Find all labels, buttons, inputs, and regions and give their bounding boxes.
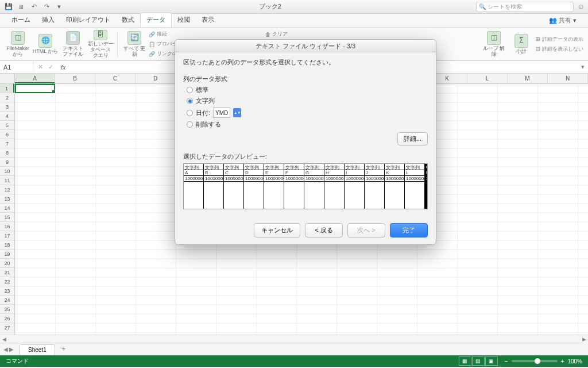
col-header-a[interactable]: A	[15, 74, 55, 83]
col-header-n[interactable]: N	[548, 74, 588, 83]
expand-formula-bar-icon[interactable]: ▾	[578, 63, 588, 71]
row-header-17[interactable]: 17	[0, 231, 14, 240]
row-header-5[interactable]: 5	[0, 121, 14, 130]
zoom-out-button[interactable]: −	[505, 358, 508, 365]
normal-view-button[interactable]: ▦	[459, 356, 471, 366]
row-header-2[interactable]: 2	[0, 93, 14, 102]
radio-text[interactable]: 文字列	[187, 97, 428, 105]
prev-sheet-icon[interactable]: ◀	[3, 346, 8, 352]
preview-label: 選択したデータのプレビュー:	[183, 152, 428, 161]
from-text-button[interactable]: 📄テキスト ファイル	[60, 30, 86, 59]
tab-page-layout[interactable]: 印刷レイアウト	[60, 13, 116, 27]
row-header-15[interactable]: 15	[0, 213, 14, 222]
active-cell[interactable]	[15, 84, 55, 93]
search-input[interactable]: 🔍 シートを検索	[476, 2, 574, 12]
new-db-query-button[interactable]: 🗄新しいデータベース クエリ	[87, 30, 114, 59]
tab-home[interactable]: ホーム	[6, 13, 36, 27]
row-header-1[interactable]: 1	[0, 84, 14, 93]
col-header-l[interactable]: L	[467, 74, 508, 83]
tab-formulas[interactable]: 数式	[116, 13, 140, 27]
dialog-title: テキスト ファイル ウィザード - 3/3	[175, 40, 436, 52]
col-header-d[interactable]: D	[136, 74, 176, 83]
date-format-select[interactable]: YMD	[213, 108, 230, 118]
tab-data[interactable]: データ	[140, 13, 172, 27]
cancel-edit-icon[interactable]: ✕	[36, 63, 45, 71]
row-header-18[interactable]: 18	[0, 240, 14, 250]
scroll-left-icon[interactable]: ◀	[0, 336, 8, 342]
tab-insert[interactable]: 挿入	[36, 13, 60, 27]
horizontal-scrollbar[interactable]: ◀ ▶	[0, 335, 588, 343]
sheet-tab-1[interactable]: Sheet1	[20, 344, 55, 355]
page-layout-view-button[interactable]: ▤	[472, 356, 485, 366]
from-html-button[interactable]: 🌐HTML から	[32, 30, 59, 59]
row-header-9[interactable]: 9	[0, 158, 14, 167]
row-header-25[interactable]: 25	[0, 305, 14, 314]
row-header-7[interactable]: 7	[0, 139, 14, 148]
row-header-8[interactable]: 8	[0, 148, 14, 158]
quick-access-toolbar: 💾 🗎 ↶ ↷ ▾	[3, 2, 64, 12]
view-buttons: ▦ ▤ ▣	[459, 356, 498, 366]
feedback-icon[interactable]: ☺	[577, 2, 585, 11]
zoom-control: − + 100%	[505, 358, 582, 365]
sheet-tab-strip: ◀ ▶ Sheet1 +	[0, 343, 588, 355]
connections-button[interactable]: 🔗 接続	[149, 30, 183, 39]
fx-icon[interactable]: fx	[57, 64, 69, 71]
add-sheet-button[interactable]: +	[59, 344, 69, 355]
share-button[interactable]: 👥 共有 ▾	[544, 14, 581, 27]
clear-filter-button[interactable]: 🗑 クリア	[265, 30, 288, 39]
name-box[interactable]: A1	[0, 61, 33, 73]
row-header-27[interactable]: 27	[0, 323, 14, 332]
tab-review[interactable]: 校閲	[172, 13, 196, 27]
row-header-21[interactable]: 21	[0, 268, 14, 277]
refresh-all-button[interactable]: 🔄すべて 更新	[121, 30, 148, 59]
data-preview[interactable]: 文字列A1000000001文字列B1000000002文字列C10000000…	[183, 163, 428, 209]
col-header-m[interactable]: M	[508, 74, 548, 83]
dialog-instruction: 区切ったあとの列のデータ形式を選択してください。	[183, 58, 428, 67]
row-header-19[interactable]: 19	[0, 250, 14, 259]
scroll-right-icon[interactable]: ▶	[580, 336, 588, 342]
row-header-10[interactable]: 10	[0, 167, 14, 176]
zoom-in-button[interactable]: +	[561, 358, 564, 365]
undo-icon[interactable]: ↶	[29, 2, 39, 12]
details-button[interactable]: 詳細...	[397, 132, 428, 145]
status-mode: コマンド	[6, 357, 29, 365]
row-header-3[interactable]: 3	[0, 102, 14, 112]
radio-skip[interactable]: 削除する	[187, 120, 428, 129]
row-header-14[interactable]: 14	[0, 204, 14, 213]
hide-detail-button[interactable]: ⊟ 詳細を表示しない	[536, 45, 583, 53]
row-header-6[interactable]: 6	[0, 130, 14, 139]
page-break-view-button[interactable]: ▣	[485, 356, 498, 366]
subtotal-button[interactable]: Σ小計	[508, 30, 535, 59]
confirm-edit-icon[interactable]: ✓	[46, 63, 55, 71]
select-all-corner[interactable]	[0, 74, 15, 83]
tab-view[interactable]: 表示	[196, 13, 220, 27]
stepper-arrows-icon[interactable]: ▲▼	[233, 108, 241, 117]
redo-icon[interactable]: ↷	[41, 2, 52, 12]
row-header-22[interactable]: 22	[0, 277, 14, 286]
next-sheet-icon[interactable]: ▶	[9, 346, 14, 352]
col-header-b[interactable]: B	[55, 74, 95, 83]
radio-general[interactable]: 標準	[187, 86, 428, 94]
next-button: 次へ >	[347, 223, 385, 237]
row-header-16[interactable]: 16	[0, 222, 14, 231]
col-header-c[interactable]: C	[95, 74, 136, 83]
qat-more-icon[interactable]: ▾	[54, 2, 64, 12]
row-header-12[interactable]: 12	[0, 185, 14, 194]
radio-date[interactable]: 日付: YMD▲▼	[187, 108, 428, 118]
row-header-11[interactable]: 11	[0, 176, 14, 185]
row-header-24[interactable]: 24	[0, 296, 14, 305]
row-header-20[interactable]: 20	[0, 259, 14, 268]
row-header-13[interactable]: 13	[0, 194, 14, 204]
save-icon[interactable]: 💾	[3, 2, 14, 12]
from-filemaker-button[interactable]: ◫FileMaker から	[5, 30, 31, 59]
row-header-23[interactable]: 23	[0, 286, 14, 296]
back-button[interactable]: < 戻る	[305, 223, 343, 237]
print-icon[interactable]: 🗎	[16, 2, 26, 12]
row-header-4[interactable]: 4	[0, 112, 14, 121]
cancel-button[interactable]: キャンセル	[254, 223, 300, 237]
zoom-slider[interactable]	[512, 360, 558, 362]
row-header-26[interactable]: 26	[0, 314, 14, 323]
finish-button[interactable]: 完了	[390, 223, 428, 237]
ungroup-button[interactable]: ◫ループ 解除	[481, 30, 507, 59]
show-detail-button[interactable]: ⊞ 詳細データの表示	[536, 35, 583, 44]
